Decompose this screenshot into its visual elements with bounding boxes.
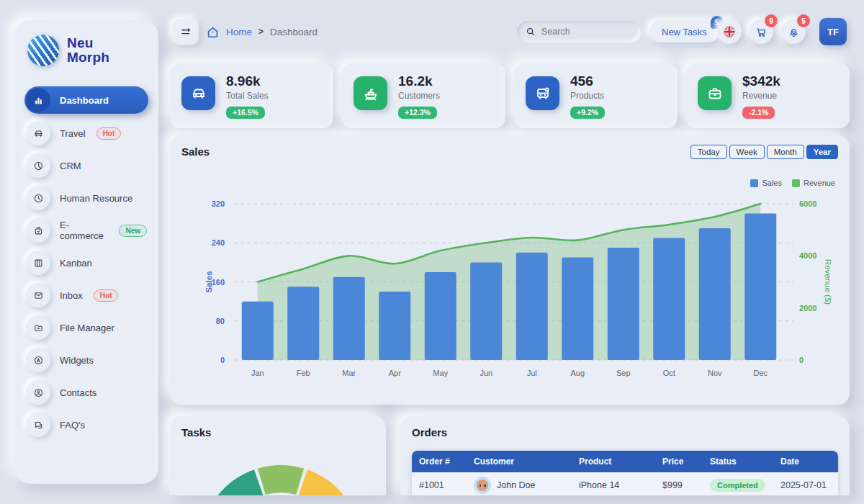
orders-panel: Orders Order # Customer Product Price St… bbox=[400, 416, 850, 495]
sidebar-item-file-manager[interactable]: File Manager bbox=[24, 315, 148, 341]
sidebar-item-label: Inbox bbox=[60, 290, 83, 301]
order-row[interactable]: #1001 John Doe iPhone 14 $999 Completed … bbox=[412, 472, 838, 495]
sidebar-item-label: Widgets bbox=[60, 355, 94, 366]
sales-chart-panel: Sales Today Week Month Year Sales Revenu… bbox=[170, 135, 850, 405]
stat-value: 456 bbox=[570, 73, 605, 89]
sidebar-toggle-button[interactable] bbox=[173, 19, 199, 45]
notifications-bell-icon bbox=[788, 26, 800, 38]
user-avatar-button[interactable]: TF bbox=[819, 18, 847, 45]
sales-chart: 0801602403200200040006000SalesRevenue ($… bbox=[170, 135, 850, 405]
ship-stat-icon bbox=[354, 76, 387, 110]
col-price: Price bbox=[662, 456, 710, 467]
order-product: iPhone 14 bbox=[579, 480, 662, 490]
svg-text:0: 0 bbox=[799, 356, 804, 364]
svg-text:Apr: Apr bbox=[389, 369, 401, 377]
tasks-panel: Tasks bbox=[170, 416, 386, 495]
orders-panel-title: Orders bbox=[412, 426, 447, 438]
breadcrumb-separator: > bbox=[258, 27, 264, 37]
svg-text:Aug: Aug bbox=[570, 369, 585, 377]
briefcase-stat-icon bbox=[698, 76, 732, 110]
svg-text:May: May bbox=[433, 369, 448, 377]
notifications-button[interactable]: 5 bbox=[781, 19, 806, 44]
logo-sphere-icon bbox=[27, 35, 59, 66]
bar-chart-icon bbox=[26, 88, 50, 112]
uk-flag-icon bbox=[721, 24, 737, 40]
breadcrumb-home-link[interactable]: Home bbox=[226, 27, 252, 37]
sidebar-item-contacts[interactable]: Contacts bbox=[24, 379, 148, 405]
customer-avatar bbox=[474, 477, 491, 494]
search-icon bbox=[526, 27, 536, 37]
sidebar-item-label: E-commerce bbox=[60, 220, 108, 241]
svg-text:Dec: Dec bbox=[753, 369, 768, 377]
svg-text:Jul: Jul bbox=[527, 369, 537, 377]
svg-text:80: 80 bbox=[216, 317, 225, 325]
stat-label: Customers bbox=[398, 91, 440, 101]
stat-label: Total Sales bbox=[226, 91, 269, 101]
sidebar-item-dashboard[interactable]: Dashboard bbox=[24, 86, 148, 114]
cart-button[interactable]: 9 bbox=[749, 19, 773, 44]
search-input[interactable] bbox=[541, 27, 628, 37]
svg-text:160: 160 bbox=[212, 278, 225, 287]
col-product: Product bbox=[579, 456, 662, 467]
language-flag-button[interactable] bbox=[717, 19, 742, 44]
col-order: Order # bbox=[419, 456, 474, 467]
svg-text:6000: 6000 bbox=[799, 199, 816, 208]
sidebar-item-label: Dashboard bbox=[60, 95, 109, 106]
order-customer: John Doe bbox=[474, 477, 579, 494]
sidebar-item-label: Human Resource bbox=[60, 193, 132, 204]
stat-card-revenue: $342k Revenue -2.1% bbox=[686, 63, 850, 128]
stat-card-products: 456 Products +9.2% bbox=[514, 63, 678, 128]
sidebar-menu: Dashboard Travel Hot CRM Human Resource bbox=[24, 86, 148, 438]
tasks-gauge-chart bbox=[170, 416, 386, 495]
sidebar-item-widgets[interactable]: Widgets bbox=[24, 347, 148, 373]
svg-text:Revenue ($): Revenue ($) bbox=[824, 259, 832, 305]
sidebar-item-crm[interactable]: CRM bbox=[24, 153, 148, 179]
orders-table-header: Order # Customer Product Price Status Da… bbox=[412, 451, 838, 472]
sidebar-item-inbox[interactable]: Inbox Hot bbox=[24, 282, 148, 308]
search-box[interactable] bbox=[517, 21, 641, 42]
new-tasks-button[interactable]: New Tasks 5 bbox=[649, 21, 719, 42]
sidebar-item-ecommerce[interactable]: E-commerce New bbox=[24, 217, 148, 243]
menu-toggle-icon bbox=[180, 26, 192, 38]
order-id: #1001 bbox=[419, 480, 474, 490]
status-badge: Completed bbox=[710, 479, 765, 492]
stat-value: $342k bbox=[742, 73, 780, 89]
logo-text: NeuMorph bbox=[67, 36, 109, 65]
sidebar: NeuMorph Dashboard Travel Hot bbox=[14, 20, 158, 484]
sidebar-item-human-resource[interactable]: Human Resource bbox=[24, 185, 148, 211]
sidebar-item-travel[interactable]: Travel Hot bbox=[24, 120, 148, 146]
letter-a-circle-icon bbox=[26, 348, 50, 372]
car-icon bbox=[26, 121, 50, 145]
stat-change-badge: -2.1% bbox=[742, 107, 775, 119]
sidebar-item-kanban[interactable]: Kanban bbox=[24, 250, 148, 276]
dashboard-app: NeuMorph Dashboard Travel Hot bbox=[0, 0, 864, 504]
hot-badge: Hot bbox=[94, 289, 119, 302]
stat-card-customers: 16.2k Customers +12.3% bbox=[342, 63, 505, 128]
order-status: Completed bbox=[710, 480, 780, 490]
col-date: Date bbox=[780, 456, 831, 467]
svg-text:Nov: Nov bbox=[708, 369, 722, 377]
svg-text:Sales: Sales bbox=[204, 271, 213, 292]
svg-text:Mar: Mar bbox=[342, 369, 356, 377]
home-icon[interactable] bbox=[206, 25, 220, 39]
cart-icon bbox=[755, 26, 768, 38]
order-date: 2025-07-01 bbox=[780, 480, 831, 490]
stat-label: Products bbox=[570, 91, 605, 101]
stat-value: 16.2k bbox=[398, 73, 440, 89]
mail-icon bbox=[26, 283, 50, 307]
col-customer: Customer bbox=[474, 456, 579, 467]
order-price: $999 bbox=[662, 480, 710, 490]
breadcrumb-current: Dashboard bbox=[270, 27, 318, 37]
sidebar-item-faqs[interactable]: FAQ's bbox=[24, 412, 148, 438]
svg-text:Oct: Oct bbox=[663, 369, 675, 377]
new-badge: New bbox=[119, 225, 147, 237]
sidebar-item-label: Kanban bbox=[60, 258, 92, 269]
svg-text:Feb: Feb bbox=[297, 369, 310, 377]
car-stat-icon bbox=[181, 76, 215, 110]
sidebar-item-label: File Manager bbox=[60, 323, 114, 333]
svg-text:4000: 4000 bbox=[799, 251, 816, 260]
new-tasks-label: New Tasks bbox=[662, 27, 707, 37]
folder-icon bbox=[26, 315, 50, 340]
history-clock-icon bbox=[26, 186, 50, 210]
chat-bubble-icon bbox=[26, 413, 50, 437]
